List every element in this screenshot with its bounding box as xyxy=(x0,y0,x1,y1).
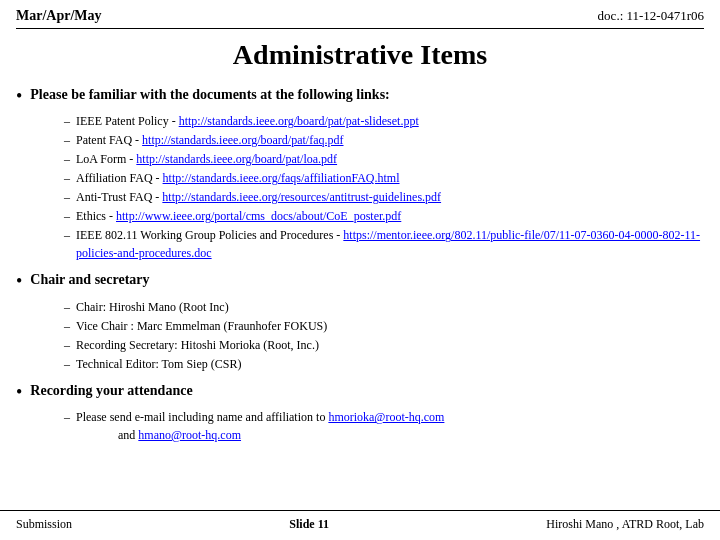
footer: Submission Slide 11 Hiroshi Mano , ATRD … xyxy=(0,510,720,532)
list-item: – Recording Secretary: Hitoshi Morioka (… xyxy=(64,336,704,354)
vice-chair-name: Vice Chair : Marc Emmelman (Fraunhofer F… xyxy=(76,317,327,335)
chair-name: Chair: Hiroshi Mano (Root Inc) xyxy=(76,298,229,316)
hmorioka-email-link[interactable]: hmorioka@root-hq.com xyxy=(328,410,444,424)
list-item: – LoA Form - http://standards.ieee.org/b… xyxy=(64,150,704,168)
list-item: – Ethics - http://www.ieee.org/portal/cm… xyxy=(64,207,704,225)
chair-list: – Chair: Hiroshi Mano (Root Inc) – Vice … xyxy=(64,298,704,373)
content-area: • Please be familiar with the documents … xyxy=(0,85,720,444)
technical-editor-name: Technical Editor: Tom Siep (CSR) xyxy=(76,355,241,373)
header-left: Mar/Apr/May xyxy=(16,8,102,24)
section-chair-title: Chair and secretary xyxy=(30,270,149,290)
list-item: – IEEE Patent Policy - http://standards.… xyxy=(64,112,704,130)
header-right: doc.: 11-12-0471r06 xyxy=(598,8,704,24)
antitrust-faq-link[interactable]: http://standards.ieee.org/resources/anti… xyxy=(162,190,441,204)
wg-policies-link[interactable]: https://mentor.ieee.org/802.11/public-fi… xyxy=(76,228,700,260)
familiar-list: – IEEE Patent Policy - http://standards.… xyxy=(64,112,704,262)
ethics-link[interactable]: http://www.ieee.org/portal/cms_docs/abou… xyxy=(116,209,401,223)
section-chair: • Chair and secretary – Chair: Hiroshi M… xyxy=(16,270,704,372)
patent-policy-link[interactable]: http://standards.ieee.org/board/pat/pat-… xyxy=(179,114,419,128)
section-recording-title: Recording your attendance xyxy=(30,381,192,401)
footer-author: Hiroshi Mano , ATRD Root, Lab xyxy=(546,517,704,532)
section-chair-header: • Chair and secretary xyxy=(16,270,704,293)
loa-form-link[interactable]: http://standards.ieee.org/board/pat/loa.… xyxy=(136,152,337,166)
affiliation-faq-link[interactable]: http://standards.ieee.org/faqs/affiliati… xyxy=(163,171,400,185)
list-item: – Technical Editor: Tom Siep (CSR) xyxy=(64,355,704,373)
recording-list: – Please send e-mail including name and … xyxy=(64,408,704,444)
section-familiar: • Please be familiar with the documents … xyxy=(16,85,704,262)
recording-secretary-name: Recording Secretary: Hitoshi Morioka (Ro… xyxy=(76,336,319,354)
list-item: – IEEE 802.11 Working Group Policies and… xyxy=(64,226,704,262)
list-item: – Anti-Trust FAQ - http://standards.ieee… xyxy=(64,188,704,206)
patent-faq-link[interactable]: http://standards.ieee.org/board/pat/faq.… xyxy=(142,133,343,147)
list-item: – Vice Chair : Marc Emmelman (Fraunhofer… xyxy=(64,317,704,335)
section-recording: • Recording your attendance – Please sen… xyxy=(16,381,704,444)
page-title: Administrative Items xyxy=(0,39,720,71)
bullet-dot-1: • xyxy=(16,85,22,108)
header: Mar/Apr/May doc.: 11-12-0471r06 xyxy=(0,0,720,28)
header-divider xyxy=(16,28,704,29)
list-item: – Affiliation FAQ - http://standards.iee… xyxy=(64,169,704,187)
section-recording-header: • Recording your attendance xyxy=(16,381,704,404)
bullet-dot-3: • xyxy=(16,381,22,404)
hmano-email-link[interactable]: hmano@root-hq.com xyxy=(138,428,241,442)
bullet-dot-2: • xyxy=(16,270,22,293)
list-item: – Chair: Hiroshi Mano (Root Inc) xyxy=(64,298,704,316)
footer-slide-number: Slide 11 xyxy=(289,517,329,532)
list-item: – Please send e-mail including name and … xyxy=(64,408,704,444)
section-familiar-title: Please be familiar with the documents at… xyxy=(30,85,389,105)
section-familiar-header: • Please be familiar with the documents … xyxy=(16,85,704,108)
footer-submission: Submission xyxy=(16,517,72,532)
list-item: – Patent FAQ - http://standards.ieee.org… xyxy=(64,131,704,149)
